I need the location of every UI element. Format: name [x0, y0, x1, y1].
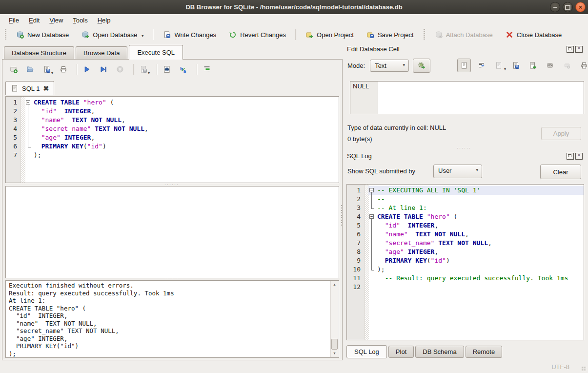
tab-execute-sql[interactable]: Execute SQL — [129, 45, 183, 60]
log-code: 1-- EXECUTING ALL IN 'SQL 1'2--3-- At li… — [347, 186, 584, 291]
format-sql-button[interactable] — [201, 63, 213, 75]
dock-tab-remote[interactable]: Remote — [466, 346, 503, 358]
tab-database-structure[interactable]: Database Structure — [4, 46, 74, 59]
code-line: 1CREATE TABLE "hero" ( — [6, 98, 339, 107]
copy-link-button[interactable] — [544, 59, 556, 72]
toolbar-button-label: Save Project — [378, 31, 414, 39]
open-project-button[interactable]: Open Project — [301, 28, 358, 41]
dock-area: Edit Database Cell Mode: Text ▾ NULL Typ… — [344, 44, 584, 360]
fold-marker[interactable] — [25, 98, 31, 107]
fold-marker — [368, 239, 375, 248]
resize-grip[interactable] — [581, 366, 586, 371]
sql-log-title: SQL Log — [347, 152, 565, 160]
db-browser-window: DB Browser for SQLite - /home/user/code/… — [0, 0, 588, 373]
fold-marker — [25, 124, 31, 133]
print-button[interactable] — [57, 63, 70, 75]
save-data-button[interactable] — [509, 59, 522, 72]
toolbar-separator — [197, 64, 198, 75]
word-wrap-button[interactable] — [475, 59, 488, 72]
execution-log[interactable]: Execution finished without errors. Resul… — [5, 280, 339, 358]
ab-icon: ba — [180, 65, 187, 73]
fold-marker — [368, 256, 375, 265]
fold-marker[interactable] — [368, 212, 375, 221]
toolbar-separator — [295, 29, 296, 40]
code-line: 3 "name" TEXT NOT NULL, — [6, 116, 339, 124]
close-dock-icon[interactable] — [575, 153, 583, 160]
save-project-button[interactable]: Save Project — [362, 28, 418, 41]
toolbar-button-label: New Database — [27, 31, 69, 39]
close-database-button[interactable]: Close Database — [501, 28, 567, 41]
fold-marker — [25, 133, 31, 142]
attach-database-button: Attach Database — [430, 28, 497, 41]
scroll-up-icon[interactable]: ▲ — [331, 281, 338, 288]
scroll-thumb[interactable] — [331, 339, 338, 350]
toolbar-separator — [77, 64, 78, 75]
find-replace-button[interactable] — [161, 63, 173, 75]
write-changes-button[interactable]: Write Changes — [159, 28, 221, 41]
menu-file[interactable]: File — [4, 15, 24, 25]
main-tab-bar: Database StructureBrowse DataExecute SQL — [4, 44, 184, 59]
sql-editor[interactable]: 1CREATE TABLE "hero" (2 "id" INTEGER,3 "… — [5, 96, 339, 183]
save-sql-file-button[interactable]: ▾ — [41, 63, 53, 75]
submitted-by-select[interactable]: User — [433, 165, 482, 178]
new-database-button[interactable]: New Database — [12, 28, 73, 41]
cell-editor[interactable]: NULL — [350, 81, 584, 114]
auto-apply-button[interactable] — [413, 59, 430, 73]
export-data-button[interactable] — [527, 59, 539, 72]
scrollbar[interactable]: ▲ ▼ — [330, 281, 338, 357]
sql-document-tab[interactable]: SQL 1 ✖ — [5, 81, 54, 95]
float-dock-icon[interactable] — [567, 153, 574, 160]
dock-tab-plot[interactable]: Plot — [388, 346, 414, 358]
results-grid[interactable] — [5, 186, 339, 278]
link-doc-icon — [546, 62, 554, 69]
execute-current-line-button[interactable] — [97, 63, 110, 75]
scroll-down-icon[interactable]: ▼ — [331, 350, 338, 357]
maximize-window-button[interactable] — [563, 2, 573, 12]
mode-row: Mode: Text — [347, 59, 430, 72]
fold-marker — [25, 107, 31, 116]
toolbar-button-label: Attach Database — [446, 31, 493, 39]
line-number: 3 — [347, 204, 365, 212]
menu-tools[interactable]: Tools — [68, 15, 92, 25]
printer-icon — [60, 65, 67, 73]
mode-label: Mode: — [347, 62, 365, 69]
fold-marker — [25, 116, 31, 124]
menu-edit[interactable]: Edit — [24, 15, 44, 25]
fold-marker[interactable] — [368, 186, 375, 195]
dock-tab-db-schema[interactable]: DB Schema — [415, 346, 464, 358]
auto-completion-button[interactable]: ba — [177, 63, 190, 75]
attach-database-icon — [435, 31, 443, 39]
toolbar-separator — [133, 64, 134, 75]
vertical-splitter-handle[interactable] — [341, 205, 343, 226]
line-number: 11 — [347, 274, 365, 283]
tab-browse-data[interactable]: Browse Data — [76, 46, 127, 59]
revert-changes-button[interactable]: Revert Changes — [224, 28, 290, 41]
play-icon — [83, 65, 91, 73]
fold-marker — [368, 221, 375, 230]
dock-tab-sql-log[interactable]: SQL Log — [346, 345, 387, 358]
set-null-button — [561, 59, 573, 72]
line-number: 5 — [6, 133, 20, 142]
close-dock-icon[interactable] — [575, 46, 583, 53]
encoding-indicator: UTF-8 — [551, 363, 569, 371]
mode-select[interactable]: Text — [370, 60, 409, 72]
dock-splitter-handle[interactable]: ······ — [344, 146, 584, 149]
float-dock-icon[interactable] — [567, 46, 574, 53]
open-sql-file-button[interactable] — [24, 63, 37, 75]
print-cell-button[interactable] — [578, 59, 588, 72]
clear-button[interactable]: Clear — [540, 165, 581, 179]
export-go-icon — [529, 62, 537, 69]
cell-size-info: 0 byte(s) — [347, 135, 372, 143]
close-sql-tab-icon[interactable]: ✖ — [43, 85, 49, 92]
text-mode-button[interactable] — [457, 59, 471, 72]
execute-sql-pane: ▾▾ba SQL 1 ✖ 1CREATE TABLE "hero" (2 "id… — [2, 59, 343, 360]
open-database-button[interactable]: Open Database▾ — [77, 28, 148, 41]
execute-all-button[interactable] — [81, 63, 93, 75]
menu-view[interactable]: View — [44, 15, 68, 25]
menu-help[interactable]: Help — [93, 15, 116, 25]
close-window-button[interactable]: × — [575, 2, 586, 12]
sql-log-panel[interactable]: 1-- EXECUTING ALL IN 'SQL 1'2--3-- At li… — [346, 184, 584, 340]
stop-execution-button — [114, 63, 126, 75]
new-sql-tab-button[interactable] — [7, 63, 20, 75]
minimize-window-button[interactable] — [550, 2, 560, 12]
